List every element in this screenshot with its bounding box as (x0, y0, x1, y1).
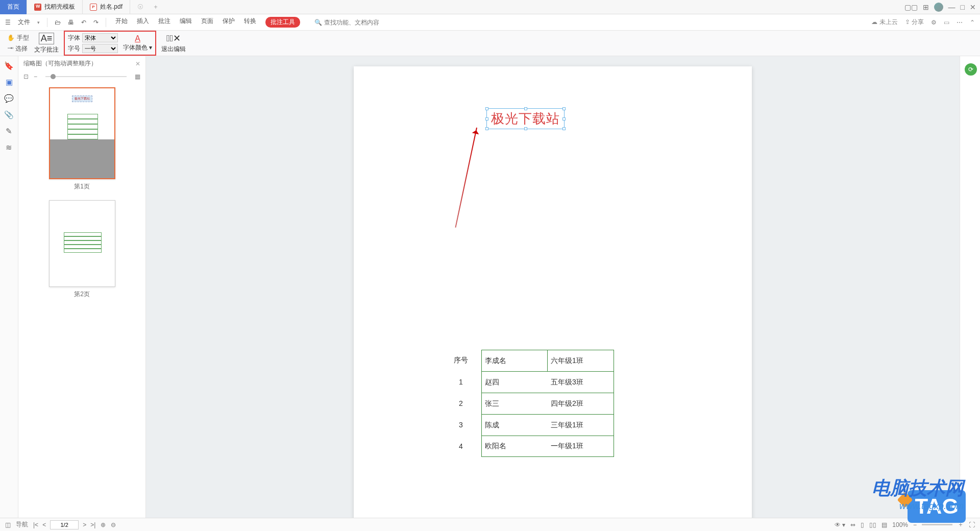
td: 四年级2班 (548, 393, 614, 414)
nav-label[interactable]: 导航 (16, 520, 28, 529)
thumb-page-1[interactable]: 极光下载站 ····· (49, 87, 115, 179)
last-page-icon[interactable]: >| (90, 521, 95, 528)
print-icon[interactable]: 🖶 (68, 19, 74, 26)
handle-icon[interactable] (485, 107, 488, 110)
layers-icon[interactable]: ≋ (6, 143, 12, 152)
hand-tool[interactable]: ✋ 手型 (7, 34, 29, 42)
prev-page-icon[interactable]: < (42, 521, 46, 528)
font-color-button[interactable]: A 字体颜色 ▾ (123, 34, 152, 52)
grid-icon[interactable]: ⊞ (923, 3, 929, 11)
redo-icon[interactable]: ↷ (93, 19, 99, 26)
side-rail: 🔖 ▣ 💬 📎 ✎ ≋ (0, 56, 18, 518)
td: 五年级3班 (548, 371, 614, 393)
handle-icon[interactable] (562, 107, 566, 110)
arrow-annotation (455, 128, 477, 228)
menu-protect[interactable]: 保护 (223, 17, 235, 28)
exit-edit-button[interactable]: �⃞✕ 退出编辑 (161, 31, 186, 56)
fit-icon[interactable]: ⊕ (101, 521, 106, 528)
next-page-icon[interactable]: > (83, 521, 86, 528)
avatar[interactable] (934, 3, 943, 12)
undo-icon[interactable]: ↶ (81, 19, 86, 26)
size-select[interactable]: 一号 (82, 44, 118, 53)
two-page-icon[interactable]: ▯▯ (869, 521, 876, 528)
menu-convert[interactable]: 转换 (244, 17, 256, 28)
th: 六年级1班 (548, 350, 614, 371)
thumb-2-label: 第2页 (74, 290, 90, 299)
maximize-icon[interactable]: □ (961, 3, 965, 11)
menu-edit[interactable]: 编辑 (180, 17, 192, 28)
search-input[interactable] (324, 19, 396, 26)
comment-icon[interactable]: 💬 (4, 94, 14, 103)
tab-document[interactable]: P姓名.pdf (83, 0, 130, 14)
font-color-icon: A (135, 34, 140, 43)
more-icon[interactable]: ⋯ (957, 19, 963, 26)
thumb-page-2[interactable] (49, 200, 115, 287)
fullscreen-icon[interactable]: ⛶ (969, 521, 975, 528)
text-box-content: 极光下载站 (491, 111, 560, 126)
select-tool[interactable]: ⭲ 选择 (7, 44, 29, 53)
handle-icon[interactable] (562, 117, 566, 120)
thumbnail-icon[interactable]: ▣ (6, 78, 13, 87)
open-icon[interactable]: 🗁 (55, 19, 61, 26)
zoom-label: 100% (892, 521, 908, 528)
view-eye-icon[interactable]: 👁 ▾ (835, 521, 845, 528)
collapse-icon[interactable]: ⌃ (970, 19, 975, 26)
td: 张三 (481, 393, 548, 414)
td: 3 (440, 421, 481, 429)
close-panel-icon[interactable]: ✕ (135, 60, 140, 67)
help-bubble-icon[interactable]: ⟳ (965, 63, 977, 76)
handle-icon[interactable] (524, 107, 527, 110)
file-menu[interactable]: 文件 (18, 18, 30, 27)
menu-annotate[interactable]: 批注 (158, 17, 170, 28)
status-bar: ◫ 导航 |< < > >| ⊕ ⊖ 👁 ▾ ⇔ ▯ ▯▯ ▤ 100% − ＋… (0, 518, 980, 531)
panel-toggle-icon[interactable]: ◫ (5, 521, 11, 528)
menu-icon[interactable]: ☰ (5, 19, 11, 26)
menu-page[interactable]: 页面 (201, 17, 213, 28)
share-button[interactable]: ⇪ 分享 (905, 18, 924, 27)
single-page-icon[interactable]: ▯ (861, 521, 864, 528)
tab-bar: 首页 找稻壳模板 P姓名.pdf ⦿＋ ▢▢ ⊞ — □ ✕ (0, 0, 980, 14)
handle-icon[interactable] (485, 127, 488, 130)
search-box[interactable]: 🔍 (314, 19, 396, 26)
tab-menu-icon[interactable]: ⦿ (137, 4, 143, 11)
handle-icon[interactable] (524, 127, 527, 130)
feedback-icon[interactable]: ▭ (944, 19, 949, 26)
fit2-icon[interactable]: ⊖ (111, 521, 116, 528)
thumb-opts-icon[interactable]: ⊡ (23, 73, 29, 80)
fit-width-icon[interactable]: ⇔ (850, 521, 855, 528)
bookmark-icon[interactable]: 🔖 (4, 61, 14, 70)
handle-icon[interactable] (562, 127, 566, 130)
pdf-icon: P (90, 4, 97, 11)
td: 欧阳名 (481, 436, 548, 457)
close-window-icon[interactable]: ✕ (970, 3, 976, 11)
handle-icon[interactable] (485, 117, 488, 120)
attach-icon[interactable]: 📎 (4, 110, 14, 119)
page-canvas: 极光下载站 序号李成名六年级1班 1赵四五年级3班 2张三四年级2班 3陈成三年… (354, 66, 752, 518)
thumb-zoom-out-icon[interactable]: − (34, 73, 37, 80)
layout-icon[interactable]: ▢▢ (904, 3, 918, 11)
menu-start[interactable]: 开始 (115, 17, 128, 28)
cloud-icon[interactable]: ☁ 未上云 (871, 18, 897, 27)
text-annotate-button[interactable]: A≡ 文字批注 (34, 31, 59, 56)
data-table: 序号李成名六年级1班 1赵四五年级3班 2张三四年级2班 3陈成三年级1班 4欧… (440, 350, 655, 457)
td: 2 (440, 399, 481, 407)
thumb-view-icon[interactable]: ▦ (135, 73, 140, 80)
settings-icon[interactable]: ⚙ (931, 19, 937, 26)
zoom-slider[interactable] (922, 524, 952, 525)
continuous-icon[interactable]: ▤ (881, 521, 887, 528)
page-input[interactable] (50, 520, 79, 529)
sign-icon[interactable]: ✎ (6, 127, 12, 136)
menu-insert[interactable]: 插入 (137, 17, 149, 28)
first-page-icon[interactable]: |< (33, 521, 38, 528)
tab-template-label: 找稻壳模板 (44, 3, 75, 11)
document-area[interactable]: 极光下载站 序号李成名六年级1班 1赵四五年级3班 2张三四年级2班 3陈成三年… (146, 56, 960, 518)
menu-tools[interactable]: 批注工具 (265, 17, 300, 28)
thumb-size-slider[interactable] (45, 76, 127, 77)
text-box-selected[interactable]: 极光下载站 (486, 108, 565, 129)
thumb-title: 缩略图（可拖动调整顺序） (23, 59, 97, 68)
tab-template[interactable]: 找稻壳模板 (27, 0, 83, 14)
minimize-icon[interactable]: — (948, 3, 955, 11)
tab-home[interactable]: 首页 (0, 0, 27, 14)
close-icon[interactable]: ＋ (153, 3, 159, 11)
font-select[interactable]: 宋体 (82, 33, 118, 42)
